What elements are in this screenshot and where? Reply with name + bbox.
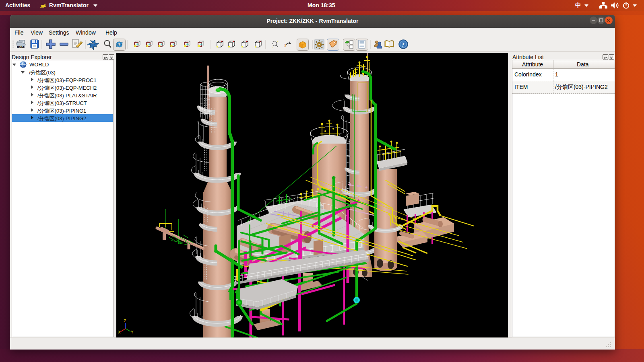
svg-text:?: ? (402, 41, 405, 48)
svg-text:RVM: RVM (17, 45, 24, 49)
svg-text:X: X (118, 330, 121, 335)
svg-text:0: 0 (284, 43, 286, 48)
svg-text:Z: Z (124, 319, 126, 323)
svg-text:Y: Y (131, 330, 134, 335)
